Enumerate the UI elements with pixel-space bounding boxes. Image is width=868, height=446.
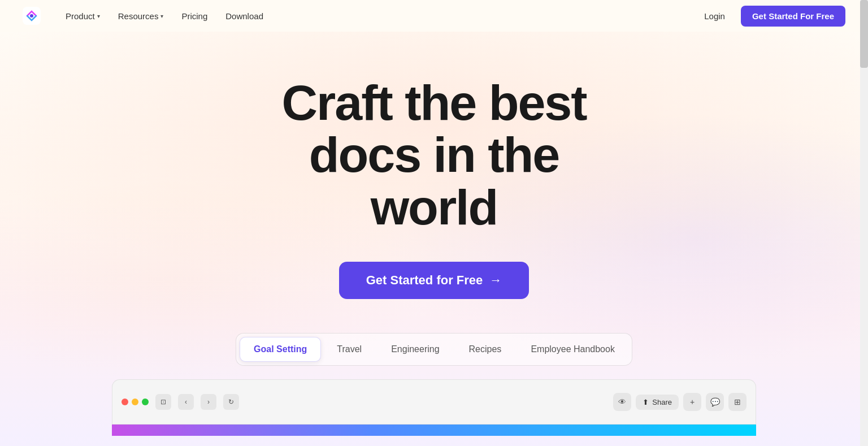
share-button[interactable]: ⬆ Share [636,395,679,410]
eye-icon[interactable]: 👁 [613,393,631,411]
chat-icon[interactable]: 💬 [706,393,724,411]
traffic-light-red[interactable] [121,399,128,405]
nav-cta-button[interactable]: Get Started For Free [741,6,845,27]
chrome-left: ⊡ ‹ › ↻ [121,394,239,410]
svg-point-1 [30,14,33,18]
panels-icon[interactable]: ⊞ [728,393,747,411]
traffic-light-green[interactable] [142,399,149,405]
chrome-right: 👁 ⬆ Share + 💬 ⊞ [613,393,747,411]
refresh-button[interactable]: ↻ [223,394,239,410]
window-icon-button[interactable]: ⊡ [155,394,171,410]
nav-links: Product ▾ Resources ▾ Pricing Download [59,7,270,25]
nav-product[interactable]: Product ▾ [59,7,107,25]
tab-goal-setting[interactable]: Goal Setting [240,337,321,362]
forward-button[interactable]: › [201,394,216,410]
add-button[interactable]: + [683,393,701,411]
share-icon: ⬆ [643,398,649,406]
hero-title: Craft the best docs in the world [281,77,586,233]
craft-logo-icon [23,7,41,25]
traffic-lights [121,399,149,405]
tab-travel[interactable]: Travel [323,337,375,362]
scrollbar-thumb[interactable] [860,0,868,68]
scrollbar[interactable] [860,0,868,446]
nav-download[interactable]: Download [219,7,270,25]
back-button[interactable]: ‹ [178,394,194,410]
resources-chevron-icon: ▾ [160,13,163,19]
traffic-light-yellow[interactable] [132,399,138,405]
login-link[interactable]: Login [697,7,732,25]
hero-content: Craft the best docs in the world Get Sta… [112,32,756,436]
hero-cta-button[interactable]: Get Started for Free → [339,262,530,299]
nav-pricing[interactable]: Pricing [175,7,214,25]
navbar-left: Product ▾ Resources ▾ Pricing Download [23,7,270,25]
product-chevron-icon: ▾ [97,13,100,19]
tab-recipes[interactable]: Recipes [455,337,515,362]
app-preview-chrome: ⊡ ‹ › ↻ 👁 ⬆ Share + 💬 ⊞ [112,379,756,425]
nav-resources[interactable]: Resources ▾ [111,7,171,25]
navbar: Product ▾ Resources ▾ Pricing Download L… [0,0,868,32]
hero-section: Craft the best docs in the world Get Sta… [0,32,868,446]
tab-engineering[interactable]: Engineering [377,337,453,362]
tab-employee-handbook[interactable]: Employee Handbook [517,337,628,362]
logo[interactable] [23,7,41,25]
navbar-right: Login Get Started For Free [697,6,845,27]
category-tabs: Goal Setting Travel Engineering Recipes … [236,333,632,366]
app-content-preview [112,425,756,436]
